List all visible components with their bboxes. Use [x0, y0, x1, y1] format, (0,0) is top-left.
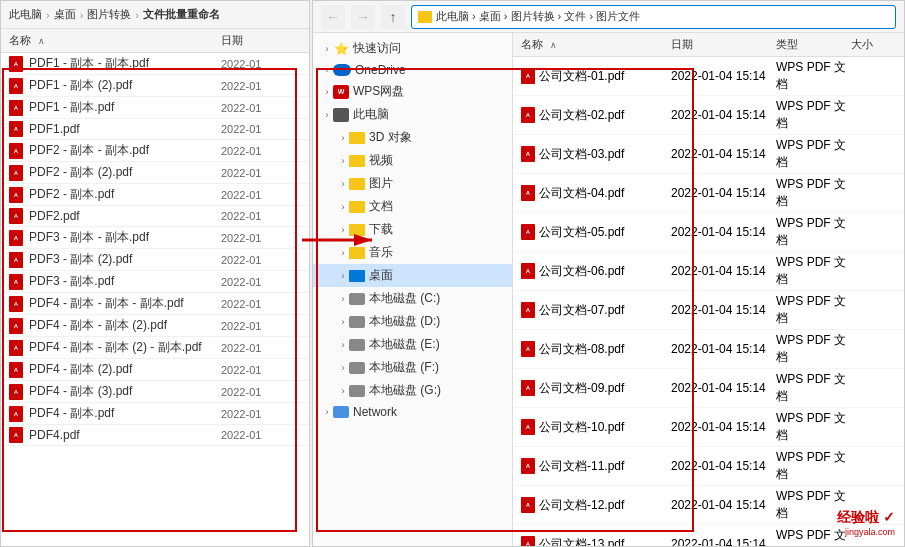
pdf-icon: A [521, 185, 535, 201]
up-button[interactable]: ↑ [381, 5, 405, 29]
table-row[interactable]: A PDF4 - 副本 - 副本 - 副本.pdf 2022-01 [1, 293, 309, 315]
pdf-icon: A [521, 341, 535, 357]
table-row[interactable]: A PDF2 - 副本.pdf 2022-01 [1, 184, 309, 206]
right-explorer-window: ← → ↑ 此电脑 › 桌面 › 图片转换 › 文件 › 图片文件 › ⭐ 快速… [312, 0, 905, 547]
table-row[interactable]: A PDF2.pdf 2022-01 [1, 206, 309, 227]
sidebar-item-桌面[interactable]: › 桌面 [313, 264, 512, 287]
table-row[interactable]: A 公司文档-06.pdf 2022-01-04 15:14 WPS PDF 文… [513, 252, 904, 291]
right-header-name[interactable]: 名称 ∧ [521, 37, 671, 52]
sidebar-item-文档[interactable]: › 文档 [313, 195, 512, 218]
table-row[interactable]: A PDF4.pdf 2022-01 [1, 425, 309, 446]
file-name: 公司文档-10.pdf [539, 419, 624, 436]
breadcrumb-part-1[interactable]: 此电脑 [9, 7, 42, 22]
sidebar-item-本地磁盘-(d:)[interactable]: › 本地磁盘 (D:) [313, 310, 512, 333]
table-row[interactable]: A PDF4 - 副本 - 副本 (2) - 副本.pdf 2022-01 [1, 337, 309, 359]
sidebar-item-音乐[interactable]: › 音乐 [313, 241, 512, 264]
pdf-icon: A [9, 427, 25, 443]
expand-arrow[interactable]: › [321, 86, 333, 98]
sidebar-item-快速访问[interactable]: › ⭐ 快速访问 [313, 37, 512, 60]
pdf-icon-shape: A [9, 296, 23, 312]
table-row[interactable]: A PDF2 - 副本 (2).pdf 2022-01 [1, 162, 309, 184]
expand-arrow[interactable]: › [337, 339, 349, 351]
table-row[interactable]: A PDF4 - 副本 - 副本 (2).pdf 2022-01 [1, 315, 309, 337]
table-row[interactable]: A PDF2 - 副本 - 副本.pdf 2022-01 [1, 140, 309, 162]
expand-arrow[interactable]: › [337, 293, 349, 305]
expand-arrow[interactable]: › [337, 178, 349, 190]
watermark: 经验啦 ✓ jingyala.com [837, 509, 895, 537]
sidebar-item-此电脑[interactable]: › 此电脑 [313, 103, 512, 126]
sidebar-item-视频[interactable]: › 视频 [313, 149, 512, 172]
table-row[interactable]: A PDF1 - 副本 - 副本.pdf 2022-01 [1, 53, 309, 75]
sidebar-item-3d-对象[interactable]: › 3D 对象 [313, 126, 512, 149]
sidebar-item-label: 快速访问 [353, 40, 401, 57]
address-bar[interactable]: 此电脑 › 桌面 › 图片转换 › 文件 › 图片文件 [411, 5, 896, 29]
pdf-icon: A [9, 208, 25, 224]
table-row[interactable]: A PDF4 - 副本 (3).pdf 2022-01 [1, 381, 309, 403]
pdf-icon-shape: A [9, 406, 23, 422]
table-row[interactable]: A 公司文档-05.pdf 2022-01-04 15:14 WPS PDF 文… [513, 213, 904, 252]
file-name-cell: A 公司文档-05.pdf [521, 224, 671, 241]
table-row[interactable]: A PDF1 - 副本 (2).pdf 2022-01 [1, 75, 309, 97]
breadcrumb-part-3[interactable]: 图片转换 [87, 7, 131, 22]
sidebar-item-本地磁盘-(f:)[interactable]: › 本地磁盘 (F:) [313, 356, 512, 379]
expand-arrow[interactable]: › [321, 109, 333, 121]
folder-yellow-icon [349, 178, 365, 190]
table-row[interactable]: A PDF3 - 副本 (2).pdf 2022-01 [1, 249, 309, 271]
sidebar-item-onedrive[interactable]: › OneDrive [313, 60, 512, 80]
expand-arrow[interactable]: › [337, 155, 349, 167]
table-row[interactable]: A 公司文档-08.pdf 2022-01-04 15:14 WPS PDF 文… [513, 330, 904, 369]
table-row[interactable]: A 公司文档-03.pdf 2022-01-04 15:14 WPS PDF 文… [513, 135, 904, 174]
file-name: PDF4.pdf [29, 428, 221, 442]
table-row[interactable]: A 公司文档-09.pdf 2022-01-04 15:14 WPS PDF 文… [513, 369, 904, 408]
breadcrumb-part-4[interactable]: 文件批量重命名 [143, 7, 220, 22]
table-row[interactable]: A 公司文档-11.pdf 2022-01-04 15:14 WPS PDF 文… [513, 447, 904, 486]
sidebar-item-wps网盘[interactable]: › W WPS网盘 [313, 80, 512, 103]
left-header-date[interactable]: 日期 [221, 33, 301, 48]
forward-button[interactable]: → [351, 5, 375, 29]
sidebar-item-network[interactable]: › Network [313, 402, 512, 422]
right-header-type[interactable]: 类型 [776, 37, 851, 52]
table-row[interactable]: A 公司文档-02.pdf 2022-01-04 15:14 WPS PDF 文… [513, 96, 904, 135]
sidebar-item-本地磁盘-(e:)[interactable]: › 本地磁盘 (E:) [313, 333, 512, 356]
pdf-icon: A [9, 143, 25, 159]
file-date: 2022-01 [221, 232, 301, 244]
table-row[interactable]: A PDF1.pdf 2022-01 [1, 119, 309, 140]
right-header-size[interactable]: 大小 [851, 37, 896, 52]
expand-arrow[interactable]: › [321, 64, 333, 76]
left-header-name[interactable]: 名称 ∧ [9, 33, 221, 48]
expand-arrow[interactable]: › [337, 224, 349, 236]
breadcrumb-sep-3: › [135, 9, 139, 21]
table-row[interactable]: A 公司文档-10.pdf 2022-01-04 15:14 WPS PDF 文… [513, 408, 904, 447]
sidebar-item-下载[interactable]: › 下载 [313, 218, 512, 241]
table-row[interactable]: A 公司文档-07.pdf 2022-01-04 15:14 WPS PDF 文… [513, 291, 904, 330]
back-button[interactable]: ← [321, 5, 345, 29]
expand-arrow[interactable]: › [321, 43, 333, 55]
pdf-icon: A [9, 362, 25, 378]
expand-arrow[interactable]: › [337, 316, 349, 328]
table-row[interactable]: A 公司文档-04.pdf 2022-01-04 15:14 WPS PDF 文… [513, 174, 904, 213]
table-row[interactable]: A 公司文档-01.pdf 2022-01-04 15:14 WPS PDF 文… [513, 57, 904, 96]
breadcrumb-part-2[interactable]: 桌面 [54, 7, 76, 22]
file-date: 2022-01 [221, 145, 301, 157]
table-row[interactable]: A PDF1 - 副本.pdf 2022-01 [1, 97, 309, 119]
sidebar-item-图片[interactable]: › 图片 [313, 172, 512, 195]
sidebar-item-本地磁盘-(g:)[interactable]: › 本地磁盘 (G:) [313, 379, 512, 402]
expand-arrow[interactable]: › [337, 132, 349, 144]
expand-arrow[interactable]: › [337, 362, 349, 374]
table-row[interactable]: A PDF4 - 副本 (2).pdf 2022-01 [1, 359, 309, 381]
table-row[interactable]: A PDF3 - 副本 - 副本.pdf 2022-01 [1, 227, 309, 249]
right-header-date[interactable]: 日期 [671, 37, 776, 52]
expand-arrow[interactable]: › [337, 270, 349, 282]
expand-arrow[interactable]: › [337, 385, 349, 397]
table-row[interactable]: A PDF4 - 副本.pdf 2022-01 [1, 403, 309, 425]
expand-arrow[interactable]: › [337, 201, 349, 213]
file-date: 2022-01-04 15:14 [671, 420, 776, 434]
explorer-content: › ⭐ 快速访问 › OneDrive › W WPS网盘 › 此电脑 › 3D… [313, 33, 904, 546]
expand-arrow[interactable]: › [321, 406, 333, 418]
sidebar-item-label: 下载 [369, 221, 393, 238]
sidebar-item-本地磁盘-(c:)[interactable]: › 本地磁盘 (C:) [313, 287, 512, 310]
table-row[interactable]: A PDF3 - 副本.pdf 2022-01 [1, 271, 309, 293]
expand-arrow[interactable]: › [337, 247, 349, 259]
file-type: WPS PDF 文档 [776, 137, 851, 171]
pdf-icon: A [9, 318, 25, 334]
